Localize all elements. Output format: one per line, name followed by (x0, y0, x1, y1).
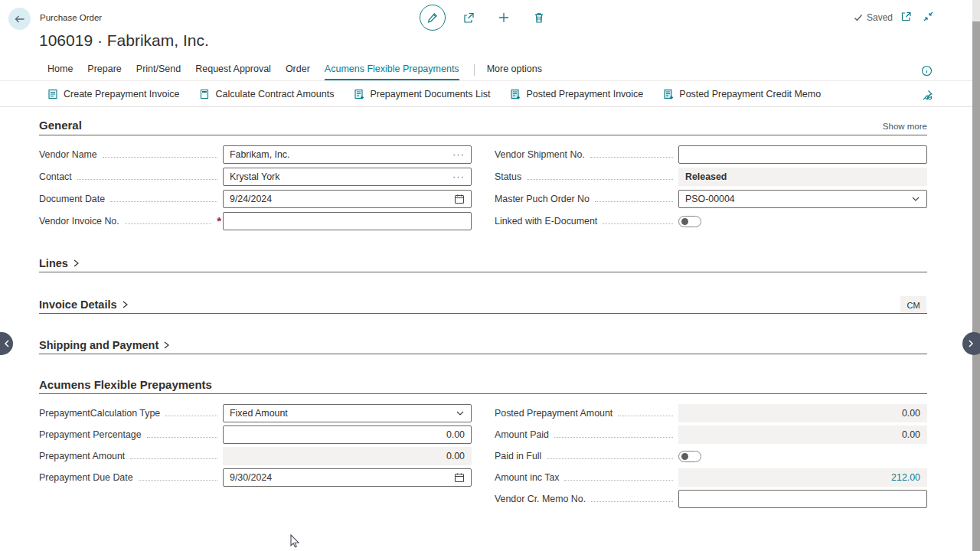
general-section-header[interactable]: General (39, 119, 82, 132)
invoice-details-section-header[interactable]: Invoice Details (39, 298, 129, 311)
page-caption: Purchase Order (40, 13, 102, 22)
field-row-calculation-type: PrepaymentCalculation Type Fixed Amount (39, 404, 472, 422)
general-rule (39, 135, 927, 135)
posted-prepayment-invoice-action[interactable]: Posted Prepayment Invoice (510, 89, 643, 99)
action-label: Posted Prepayment Invoice (526, 89, 643, 99)
amount-inc-tax-field[interactable]: 212.00 (678, 468, 927, 487)
paid-in-full-toggle[interactable] (678, 451, 701, 462)
previous-record-button[interactable] (0, 332, 13, 355)
tab-request-approval[interactable]: Request Approval (195, 64, 271, 79)
vendor-invoice-no-label: Vendor Invoice No. (39, 216, 119, 227)
trash-icon (533, 11, 545, 24)
prepayment-due-date-label: Prepayment Due Date (39, 472, 133, 483)
tab-home[interactable]: Home (47, 64, 73, 79)
cm-badge: CM (900, 296, 926, 314)
shipping-and-payment-section-header[interactable]: Shipping and Payment (39, 339, 171, 351)
check-icon (854, 13, 863, 22)
linked-with-edocument-toggle[interactable] (678, 216, 701, 227)
scrollbar-thumb[interactable] (972, 21, 980, 551)
vendor-invoice-no-label-wrap: Vendor Invoice No. * (39, 216, 223, 227)
mouse-cursor (289, 534, 300, 549)
contact-label: Contact (39, 171, 72, 182)
tab-print-send[interactable]: Print/Send (136, 64, 181, 79)
paid-in-full-label: Paid in Full (495, 451, 541, 461)
share-button[interactable] (456, 5, 481, 30)
contact-field[interactable]: Krystal York ··· (223, 168, 472, 186)
status-value: Released (685, 171, 920, 182)
vendor-invoice-no-field[interactable] (223, 212, 472, 230)
posted-prepayment-credit-memo-action[interactable]: Posted Prepayment Credit Memo (663, 89, 821, 99)
create-prepayment-invoice-action[interactable]: Create Prepayment Invoice (47, 89, 179, 99)
shipping-and-payment-heading: Shipping and Payment (39, 339, 158, 351)
document-date-field[interactable]: 9/24/2024 (223, 190, 472, 208)
prepayment-percentage-field[interactable]: 0.00 (223, 425, 472, 444)
lookup-ellipsis-icon[interactable]: ··· (452, 152, 465, 158)
tab-order[interactable]: Order (286, 64, 310, 79)
back-button[interactable] (8, 8, 31, 30)
chevron-down-icon[interactable] (456, 409, 465, 418)
action-label: Calculate Contract Amounts (215, 89, 334, 99)
invoice-document-icon (47, 89, 58, 99)
field-row-posted-prepayment-amount: Posted Prepayment Amount 0.00 (495, 404, 927, 422)
info-button[interactable] (921, 65, 933, 77)
vendor-name-field[interactable]: Fabrikam, Inc. ··· (223, 145, 472, 164)
vendor-name-label: Vendor Name (39, 149, 97, 160)
chevron-down-icon[interactable] (911, 194, 920, 204)
chevron-right-icon (120, 300, 129, 309)
prepayments-section-header[interactable]: Acumens Flexible Prepayments (39, 378, 212, 391)
calendar-icon[interactable] (454, 194, 465, 204)
field-row-vendor-cr-memo-no: Vendor Cr. Memo No. (495, 490, 927, 508)
dotted-leader (125, 223, 211, 224)
dotted-leader (103, 157, 217, 158)
vendor-shipment-no-field[interactable] (678, 145, 927, 164)
contact-value: Krystal York (230, 171, 448, 182)
calendar-icon[interactable] (454, 472, 465, 483)
vendor-shipment-no-label: Vendor Shipment No. (495, 149, 585, 160)
posted-prepayment-amount-label-wrap: Posted Prepayment Amount (495, 408, 678, 419)
show-more-link[interactable]: Show more (883, 122, 927, 131)
delete-button[interactable] (527, 5, 551, 30)
contact-label-wrap: Contact (39, 171, 223, 182)
master-puch-order-no-field[interactable]: PSO-00004 (678, 190, 927, 208)
lines-rule (39, 272, 927, 272)
prepayment-amount-label: Prepayment Amount (39, 451, 125, 461)
new-button[interactable] (492, 5, 516, 30)
back-arrow-icon (14, 13, 26, 25)
prepayment-amount-label-wrap: Prepayment Amount (39, 451, 223, 461)
dotted-leader (110, 201, 217, 202)
vendor-cr-memo-no-label: Vendor Cr. Memo No. (495, 494, 586, 504)
tab-prepare[interactable]: Prepare (87, 64, 121, 79)
calculator-icon (199, 89, 210, 99)
command-icons (420, 5, 551, 31)
save-status: Saved (854, 12, 893, 23)
field-row-prepayment-amount: Prepayment Amount 0.00 (39, 447, 472, 465)
invoice-details-rule (39, 313, 927, 314)
calculate-contract-amounts-action[interactable]: Calculate Contract Amounts (199, 89, 334, 99)
popout-window-button[interactable] (900, 11, 912, 22)
lookup-ellipsis-icon[interactable]: ··· (452, 174, 465, 180)
tab-acumens-flexible-prepayments[interactable]: Acumens Flexible Prepayments (325, 64, 459, 80)
tab-divider (474, 64, 475, 76)
dotted-leader (618, 416, 673, 416)
pin-icon (922, 90, 933, 101)
prepayment-due-date-field[interactable]: 9/30/2024 (223, 468, 472, 487)
pin-button[interactable] (922, 90, 933, 101)
linked-with-edocument-label: Linked with E-Document (495, 216, 597, 227)
prepayment-documents-list-action[interactable]: Prepayment Documents List (354, 89, 490, 99)
shipping-and-payment-rule (39, 354, 927, 354)
tab-more-options[interactable]: More options (487, 64, 542, 79)
master-puch-order-no-label: Master Puch Order No (495, 194, 590, 204)
vendor-cr-memo-no-field[interactable] (678, 490, 927, 508)
general-heading: General (39, 119, 82, 132)
next-record-button[interactable] (962, 332, 980, 355)
dotted-leader (139, 480, 217, 481)
lines-section-header[interactable]: Lines (39, 257, 80, 269)
field-row-paid-in-full: Paid in Full (495, 447, 927, 465)
edit-button[interactable] (420, 5, 446, 31)
dotted-leader (554, 437, 673, 438)
calculation-type-field[interactable]: Fixed Amount (223, 404, 472, 422)
collapse-window-button[interactable] (923, 11, 934, 22)
prepayment-due-date-value: 9/30/2024 (230, 472, 449, 483)
status-label: Status (495, 171, 521, 182)
posted-invoice-icon (510, 89, 521, 99)
